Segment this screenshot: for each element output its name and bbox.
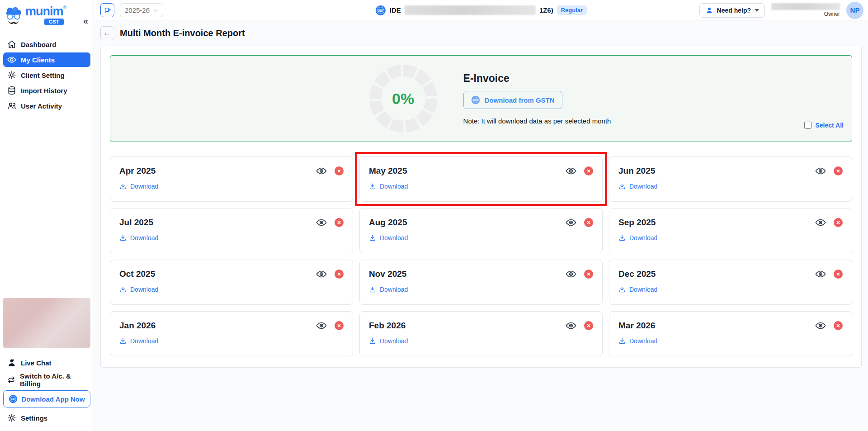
progress-donut: 0%	[369, 65, 437, 133]
download-icon	[618, 183, 626, 190]
svg-text:GST: GST	[473, 99, 478, 101]
remove-month-button[interactable]: ✕	[584, 321, 593, 330]
download-app-button[interactable]: GST Download App Now	[3, 390, 90, 407]
download-month-link[interactable]: Download	[119, 337, 158, 345]
month-card-mar-2026: Mar 2026 ✕ Download	[609, 311, 852, 356]
sidebar-item-live-chat[interactable]: Live Chat	[3, 355, 90, 370]
redacted-client-id	[405, 5, 536, 15]
view-month-button[interactable]	[316, 320, 327, 332]
month-title: Nov 2025	[369, 269, 406, 279]
sidebar-item-dashboard[interactable]: Dashboard	[3, 37, 90, 52]
download-month-link[interactable]: Download	[618, 286, 657, 293]
view-month-button[interactable]	[815, 320, 826, 332]
app-window: munim® GST « Dashboard My Clients Client…	[0, 0, 868, 431]
sidebar-item-label: Live Chat	[21, 359, 52, 367]
registered-mark: ®	[63, 5, 66, 10]
view-month-button[interactable]	[565, 268, 577, 280]
view-month-button[interactable]	[815, 165, 826, 177]
remove-month-button[interactable]: ✕	[335, 270, 344, 279]
download-month-link[interactable]: Download	[618, 234, 657, 242]
month-card-aug-2025: Aug 2025 ✕ Download	[359, 208, 603, 253]
select-all-label[interactable]: Select All	[815, 122, 844, 129]
financial-year-select[interactable]: 2025-26	[120, 3, 163, 17]
remove-month-button[interactable]: ✕	[584, 218, 593, 227]
view-month-button[interactable]	[565, 217, 577, 228]
view-month-button[interactable]	[565, 165, 577, 177]
registration-type-badge: Regular	[557, 5, 587, 15]
month-card-jan-2026: Jan 2026 ✕ Download	[110, 311, 353, 356]
view-month-button[interactable]	[316, 165, 327, 177]
sidebar-spacer	[0, 114, 94, 298]
remove-month-button[interactable]: ✕	[584, 166, 593, 175]
person-chat-icon	[7, 358, 16, 367]
view-month-button[interactable]	[815, 268, 826, 280]
page-title: Multi Month E-invoice Report	[120, 28, 245, 38]
remove-month-button[interactable]: ✕	[584, 270, 593, 279]
sidebar-item-import-history[interactable]: Import History	[3, 83, 90, 98]
sidebar-item-label: Import History	[21, 87, 67, 95]
download-month-link[interactable]: Download	[369, 183, 408, 190]
eye-icon	[815, 269, 826, 279]
month-title: Apr 2025	[119, 166, 156, 176]
select-all-control[interactable]: Select All	[804, 122, 844, 129]
download-month-link[interactable]: Download	[369, 234, 408, 242]
remove-month-button[interactable]: ✕	[834, 321, 843, 330]
download-month-link[interactable]: Download	[119, 234, 158, 242]
remove-month-button[interactable]: ✕	[834, 218, 843, 227]
sidebar-item-label: Settings	[21, 414, 47, 422]
download-icon	[119, 337, 127, 345]
gst-seal-icon: GST	[471, 95, 480, 104]
sidebar-item-user-activity[interactable]: User Activity	[3, 99, 90, 113]
remove-month-button[interactable]: ✕	[335, 166, 344, 175]
download-month-link[interactable]: Download	[369, 337, 408, 345]
download-from-gstn-button[interactable]: GST Download from GSTN	[463, 91, 562, 109]
eye-icon	[566, 269, 576, 279]
feedback-compose-button[interactable]	[100, 3, 114, 17]
client-gstin-suffix: 1Z6)	[539, 6, 553, 14]
avatar[interactable]: NP	[846, 2, 863, 19]
month-title: Dec 2025	[618, 269, 656, 279]
topbar: 2025-26 GST IDE 1Z6) Regular Need help?	[94, 0, 868, 20]
gst-seal-icon: GST	[375, 5, 386, 16]
month-card-feb-2026: Feb 2026 ✕ Download	[359, 311, 603, 356]
gear-icon	[7, 71, 16, 80]
download-month-link[interactable]: Download	[119, 286, 158, 293]
month-card-jun-2025: Jun 2025 ✕ Download	[609, 156, 852, 202]
view-month-button[interactable]	[316, 217, 327, 228]
remove-month-button[interactable]: ✕	[834, 270, 843, 279]
month-card-sep-2025: Sep 2025 ✕ Download	[609, 208, 852, 253]
download-month-link[interactable]: Download	[119, 183, 158, 190]
remove-month-button[interactable]: ✕	[335, 321, 344, 330]
sidebar-item-settings[interactable]: Settings	[3, 411, 90, 425]
download-icon	[119, 286, 127, 293]
download-icon	[369, 337, 376, 345]
view-month-button[interactable]	[565, 320, 577, 332]
download-month-link[interactable]: Download	[369, 286, 408, 293]
view-month-button[interactable]	[316, 268, 327, 280]
user-block: Owner	[771, 3, 840, 17]
message-pen-icon	[104, 6, 112, 14]
remove-month-button[interactable]: ✕	[335, 218, 344, 227]
back-button[interactable]: ←	[100, 26, 114, 40]
view-month-button[interactable]	[815, 217, 826, 228]
sidebar-item-client-setting[interactable]: Client Setting	[3, 68, 90, 82]
sidebar-item-my-clients[interactable]: My Clients	[3, 52, 90, 67]
sidebar-item-switch-billing[interactable]: Switch to A/c. & Billing	[3, 373, 90, 387]
need-help-button[interactable]: Need help?	[699, 3, 765, 18]
month-card-jul-2025: Jul 2025 ✕ Download	[110, 208, 353, 253]
eye-icon	[815, 166, 826, 176]
promo-banner-image	[3, 298, 90, 348]
redacted-user-name	[771, 3, 840, 10]
download-icon	[369, 183, 376, 190]
month-title: Jul 2025	[119, 218, 153, 227]
eye-icon	[815, 217, 826, 228]
gst-seal-icon: GST	[9, 394, 18, 403]
select-all-checkbox[interactable]	[804, 122, 811, 129]
progress-percent: 0%	[369, 65, 437, 133]
download-icon	[369, 234, 376, 242]
download-month-link[interactable]: Download	[618, 337, 657, 345]
remove-month-button[interactable]: ✕	[834, 166, 843, 175]
client-name-prefix: IDE	[390, 6, 401, 14]
download-month-link[interactable]: Download	[618, 183, 657, 190]
sidebar-collapse-icon[interactable]: «	[83, 16, 88, 25]
